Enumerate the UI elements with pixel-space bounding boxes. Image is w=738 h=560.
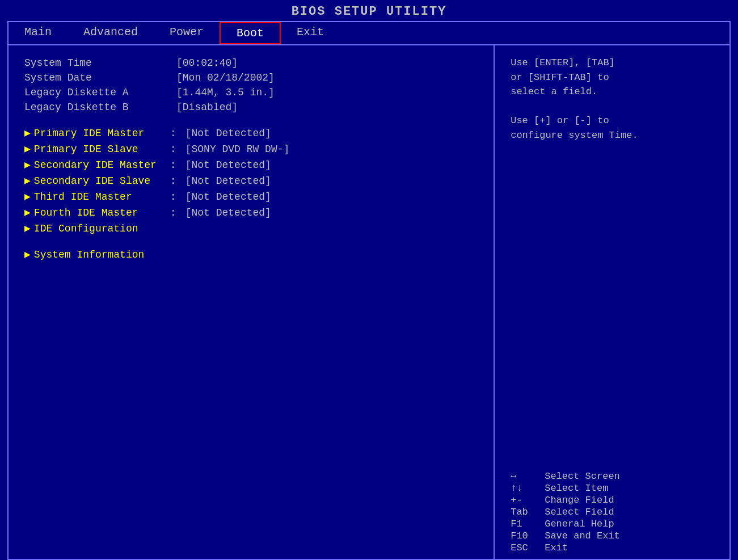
menu-bar: MainAdvancedPowerBootExit: [7, 21, 731, 45]
submenu-value: [Not Detected]: [185, 207, 271, 218]
key-name: +-: [511, 495, 545, 506]
submenu-row[interactable]: ▶Secondary IDE Master: [Not Detected]: [24, 157, 483, 172]
key-table: ↔Select Screen↑↓Select Item+-Change Fiel…: [511, 471, 719, 553]
key-name: F10: [511, 530, 545, 541]
menu-item-advanced[interactable]: Advanced: [68, 22, 154, 44]
menu-item-power[interactable]: Power: [154, 22, 220, 44]
key-desc: Select Item: [545, 483, 608, 494]
field-value: [Disabled]: [176, 102, 238, 113]
submenu-row[interactable]: ▶Third IDE Master: [Not Detected]: [24, 188, 483, 204]
submenu-row[interactable]: ▶Secondary IDE Slave: [Not Detected]: [24, 172, 483, 188]
menu-item-exit[interactable]: Exit: [281, 22, 340, 44]
help-line4: [511, 99, 719, 114]
key-name: ESC: [511, 542, 545, 553]
help-line6: configure system Time.: [511, 128, 719, 143]
key-row: F10Save and Exit: [511, 530, 719, 541]
colon: :: [170, 128, 176, 139]
key-name: ↑↓: [511, 483, 545, 494]
submenu-arrow-icon: ▶: [24, 206, 31, 218]
field-label: System Time: [24, 57, 172, 69]
field-row: Legacy Diskette A[1.44M, 3.5 in.]: [24, 85, 483, 100]
menu-item-boot[interactable]: Boot: [220, 22, 281, 44]
colon: :: [170, 191, 176, 203]
field-label: Legacy Diskette A: [24, 87, 172, 98]
submenu-row[interactable]: ▶Primary IDE Slave: [SONY DVD RW DW-]: [24, 141, 483, 157]
submenu-label: Third IDE Master: [34, 191, 170, 203]
submenu-row[interactable]: ▶Fourth IDE Master: [Not Detected]: [24, 204, 483, 220]
colon: :: [170, 144, 176, 155]
submenu-label: Primary IDE Master: [34, 128, 170, 139]
field-row: System Time[00:02:40]: [24, 56, 483, 70]
key-row: TabSelect Field: [511, 507, 719, 517]
key-name: F1: [511, 519, 545, 529]
submenu-value: [Not Detected]: [185, 175, 271, 187]
submenu-label: IDE Configuration: [34, 223, 170, 234]
submenu-label: System Information: [34, 249, 170, 260]
key-desc: Select Field: [545, 507, 614, 517]
key-desc: Exit: [545, 542, 568, 553]
left-panel: System Time[00:02:40]System Date[Mon 02/…: [9, 45, 495, 559]
key-row: +-Change Field: [511, 495, 719, 506]
main-content: System Time[00:02:40]System Date[Mon 02/…: [7, 45, 731, 560]
submenu-label: Secondary IDE Slave: [34, 175, 170, 187]
key-desc: Select Screen: [545, 471, 620, 482]
field-label: System Date: [24, 72, 172, 83]
submenu-arrow-icon: ▶: [24, 222, 31, 234]
key-name: ↔: [511, 471, 545, 482]
colon: :: [170, 175, 176, 187]
key-desc: Change Field: [545, 495, 614, 506]
key-desc: General Help: [545, 519, 614, 529]
field-row: System Date[Mon 02/18/2002]: [24, 70, 483, 85]
field-value: [1.44M, 3.5 in.]: [176, 87, 275, 98]
submenu-label: Secondary IDE Master: [34, 159, 170, 171]
menu-item-main[interactable]: Main: [9, 22, 68, 44]
colon: :: [170, 207, 176, 218]
submenu-arrow-icon: ▶: [24, 174, 31, 187]
key-row: ↑↓Select Item: [511, 483, 719, 494]
colon: :: [170, 159, 176, 171]
bios-title: BIOS SETUP UTILITY: [0, 0, 738, 21]
help-text: Use [ENTER], [TAB] or [SHIFT-TAB] to sel…: [511, 56, 719, 142]
help-line1: Use [ENTER], [TAB]: [511, 56, 719, 70]
key-name: Tab: [511, 507, 545, 517]
submenu-value: [Not Detected]: [185, 159, 271, 171]
submenu-arrow-icon: ▶: [24, 190, 31, 203]
key-row: ESCExit: [511, 542, 719, 553]
field-value: [Mon 02/18/2002]: [176, 72, 275, 83]
field-label: Legacy Diskette B: [24, 102, 172, 113]
field-value: [00:02:40]: [176, 57, 238, 69]
right-panel: Use [ENTER], [TAB] or [SHIFT-TAB] to sel…: [495, 45, 729, 559]
submenu-arrow-icon: ▶: [24, 248, 31, 260]
submenu-arrow-icon: ▶: [24, 127, 31, 139]
help-line3: select a field.: [511, 85, 719, 99]
submenu-label: Primary IDE Slave: [34, 144, 170, 155]
field-row: Legacy Diskette B[Disabled]: [24, 100, 483, 115]
submenu-arrow-icon: ▶: [24, 142, 31, 155]
submenu-row[interactable]: ▶IDE Configuration: [24, 220, 483, 236]
help-line5: Use [+] or [-] to: [511, 113, 719, 128]
submenu-value: [SONY DVD RW DW-]: [185, 144, 290, 155]
submenu-value: [Not Detected]: [185, 128, 271, 139]
key-row: ↔Select Screen: [511, 471, 719, 482]
key-desc: Save and Exit: [545, 530, 620, 541]
help-line2: or [SHIFT-TAB] to: [511, 70, 719, 85]
submenu-row[interactable]: ▶Primary IDE Master: [Not Detected]: [24, 125, 483, 141]
submenu-value: [Not Detected]: [185, 191, 271, 203]
submenu-row[interactable]: ▶System Information: [24, 246, 483, 262]
key-row: F1General Help: [511, 519, 719, 529]
submenu-arrow-icon: ▶: [24, 158, 31, 171]
submenu-label: Fourth IDE Master: [34, 207, 170, 218]
